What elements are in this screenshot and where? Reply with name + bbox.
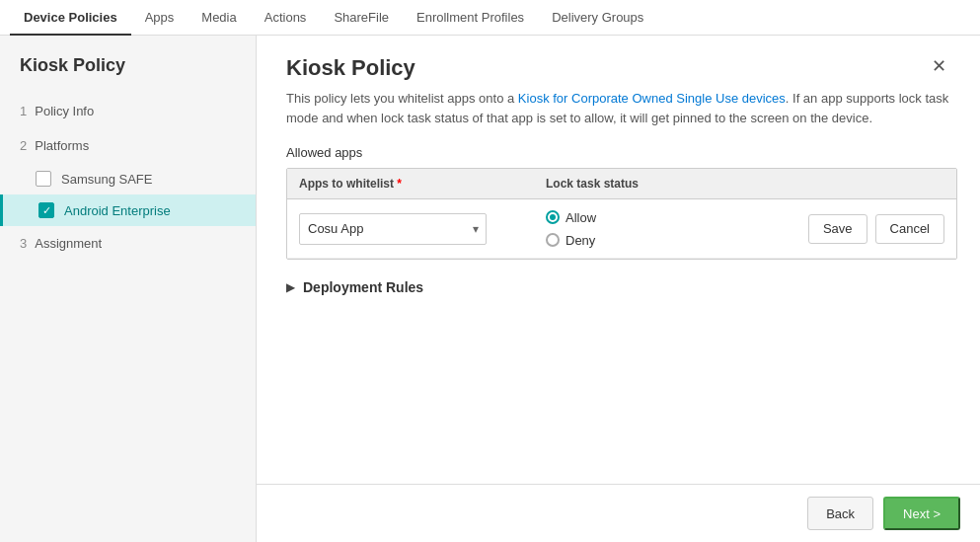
deny-radio-button[interactable]: [546, 233, 560, 247]
allow-radio-text: Allow: [565, 210, 596, 225]
nav-delivery-groups[interactable]: Delivery Groups: [538, 0, 657, 36]
sidebar-step-policy-info[interactable]: 1 Policy Info: [0, 94, 256, 128]
cancel-row-button[interactable]: Cancel: [875, 214, 944, 244]
content-description: This policy lets you whitelist apps onto…: [286, 89, 950, 127]
content-title: Kiosk Policy: [286, 55, 415, 81]
check-mark-icon: ✓: [42, 204, 51, 217]
app-dropdown[interactable]: Cosu App: [299, 213, 487, 245]
lock-status-radio-group: Allow Deny: [546, 210, 785, 248]
sidebar-title: Kiosk Policy: [0, 45, 256, 94]
android-enterprise-label: Android Enterprise: [64, 203, 171, 218]
apps-table-row: Cosu App Allow Deny: [287, 199, 956, 259]
samsung-safe-label: Samsung SAFE: [61, 172, 153, 187]
step-label-platforms: Platforms: [35, 138, 89, 153]
step-number-3: 3: [20, 236, 27, 251]
deny-radio-text: Deny: [565, 233, 595, 248]
row-actions-cell: Save Cancel: [796, 204, 956, 254]
nav-sharefile[interactable]: ShareFile: [320, 0, 403, 36]
platforms-list: Samsung SAFE ✓ Android Enterprise: [0, 163, 256, 226]
step-number-2: 2: [20, 138, 27, 153]
samsung-safe-checkbox[interactable]: [36, 171, 51, 187]
nav-device-policies[interactable]: Device Policies: [10, 0, 131, 36]
next-button[interactable]: Next >: [883, 497, 960, 530]
deployment-rules-label: Deployment Rules: [303, 279, 423, 295]
required-indicator: *: [397, 177, 402, 191]
nav-actions[interactable]: Actions: [251, 0, 321, 36]
close-button[interactable]: ✕: [928, 55, 950, 77]
step-number-1: 1: [20, 104, 27, 118]
app-select-cell: Cosu App: [287, 203, 534, 255]
kiosk-link[interactable]: Kiosk for Corporate Owned Single Use dev…: [518, 91, 786, 106]
bottom-bar: Back Next >: [257, 484, 980, 542]
apps-col-header: Apps to whitelist *: [287, 169, 534, 198]
sidebar: Kiosk Policy 1 Policy Info 2 Platforms S…: [0, 36, 257, 542]
app-dropdown-wrapper: Cosu App: [299, 213, 487, 245]
nav-media[interactable]: Media: [188, 0, 250, 36]
allow-radio-label[interactable]: Allow: [546, 210, 785, 225]
step-label-assignment: Assignment: [35, 236, 102, 251]
nav-enrollment-profiles[interactable]: Enrollment Profiles: [403, 0, 538, 36]
content-area: Kiosk Policy ✕ This policy lets you whit…: [257, 36, 980, 542]
lock-col-header: Lock task status: [534, 169, 808, 198]
lock-status-cell: Allow Deny: [534, 200, 796, 258]
platform-android-enterprise[interactable]: ✓ Android Enterprise: [0, 194, 256, 226]
sidebar-step-platforms[interactable]: 2 Platforms: [0, 128, 256, 163]
deployment-rules-section[interactable]: ▶ Deployment Rules: [286, 279, 950, 295]
apps-col-label: Apps to whitelist: [299, 177, 394, 191]
step-label-policy-info: Policy Info: [35, 104, 94, 118]
apps-table: Apps to whitelist * Lock task status Cos…: [286, 168, 957, 260]
back-button[interactable]: Back: [807, 497, 873, 530]
top-navigation: Device Policies Apps Media Actions Share…: [0, 0, 980, 36]
main-layout: Kiosk Policy 1 Policy Info 2 Platforms S…: [0, 36, 980, 542]
platform-samsung-safe[interactable]: Samsung SAFE: [0, 163, 256, 194]
allowed-apps-label: Allowed apps: [286, 145, 950, 160]
android-enterprise-checkbox[interactable]: ✓: [38, 202, 54, 218]
actions-col-header: [808, 169, 956, 198]
content-header: Kiosk Policy ✕: [286, 55, 950, 81]
deny-radio-label[interactable]: Deny: [546, 233, 785, 248]
deployment-arrow-icon: ▶: [286, 280, 295, 294]
nav-apps[interactable]: Apps: [131, 0, 188, 36]
sidebar-step-assignment[interactable]: 3 Assignment: [0, 226, 256, 261]
apps-table-header: Apps to whitelist * Lock task status: [287, 169, 956, 199]
allow-radio-button[interactable]: [546, 210, 560, 224]
save-row-button[interactable]: Save: [808, 214, 867, 244]
